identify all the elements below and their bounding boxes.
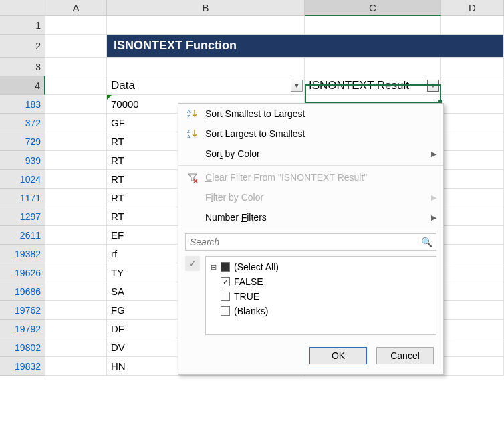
cell[interactable] — [441, 338, 504, 357]
cell[interactable] — [441, 207, 504, 226]
cell[interactable] — [45, 320, 107, 338]
svg-text:A: A — [187, 134, 191, 139]
spreadsheet-grid: A B C D 1 2 ISNONTEXT Function 3 4 Data … — [0, 0, 504, 422]
cell[interactable] — [441, 226, 504, 245]
row-2: 2 ISNONTEXT Function — [0, 35, 504, 58]
submenu-arrow-icon: ▶ — [431, 150, 436, 159]
cell[interactable] — [441, 282, 504, 301]
cell[interactable] — [441, 114, 504, 132]
dialog-button-row: OK Cancel — [178, 340, 443, 374]
row-header[interactable]: 1297 — [0, 207, 45, 226]
checkbox-unchecked-icon[interactable] — [221, 306, 230, 316]
row-header[interactable]: 19626 — [0, 263, 45, 282]
cell[interactable] — [441, 320, 504, 338]
cell[interactable] — [45, 263, 107, 282]
cell[interactable] — [441, 151, 504, 170]
cell[interactable] — [45, 35, 107, 58]
cell[interactable] — [107, 16, 305, 35]
cell[interactable] — [441, 170, 504, 189]
cell[interactable] — [45, 151, 107, 170]
row-header[interactable]: 19802 — [0, 338, 45, 357]
select-all-corner[interactable] — [0, 0, 45, 16]
cell[interactable] — [305, 16, 441, 35]
option-label: FALSE — [234, 276, 263, 287]
cell[interactable] — [45, 114, 107, 132]
cell[interactable] — [305, 58, 441, 76]
filter-checklist[interactable]: ⊟ (Select All) FALSE TRUE (Blanks) — [205, 256, 436, 335]
row-header[interactable]: 1 — [0, 16, 45, 35]
menu-label: Number Filters — [201, 212, 431, 223]
filter-search-input[interactable] — [185, 233, 436, 251]
filter-dropdown-button[interactable]: ▼ — [427, 80, 439, 92]
checkbox-indeterminate-icon[interactable] — [221, 262, 230, 272]
cell[interactable] — [45, 357, 107, 376]
row-header[interactable]: 19832 — [0, 357, 45, 376]
cell[interactable] — [45, 132, 107, 151]
cell[interactable] — [45, 95, 107, 114]
cell[interactable] — [441, 95, 504, 114]
tree-collapse-icon[interactable]: ⊟ — [210, 263, 217, 272]
cell[interactable] — [45, 301, 107, 320]
cell[interactable] — [441, 189, 504, 207]
cell[interactable] — [45, 170, 107, 189]
row-header[interactable]: 19792 — [0, 320, 45, 338]
row-header[interactable]: 2 — [0, 35, 45, 58]
cell[interactable] — [45, 282, 107, 301]
row-header[interactable]: 19686 — [0, 282, 45, 301]
cell[interactable] — [441, 263, 504, 282]
cell[interactable] — [45, 58, 107, 76]
row-header[interactable]: 183 — [0, 95, 45, 114]
cell[interactable] — [441, 58, 504, 76]
result-column-header[interactable]: ISNONTEXT Result ▼ — [305, 76, 441, 95]
row-header[interactable]: 4 — [0, 76, 45, 95]
column-header-a[interactable]: A — [45, 0, 107, 16]
cancel-button[interactable]: Cancel — [376, 347, 434, 364]
cell[interactable] — [45, 207, 107, 226]
cell[interactable] — [45, 16, 107, 35]
data-column-header[interactable]: Data ▼ — [107, 76, 305, 95]
row-header[interactable]: 2611 — [0, 226, 45, 245]
cell[interactable] — [45, 226, 107, 245]
cell[interactable] — [45, 76, 107, 95]
row-header[interactable]: 729 — [0, 132, 45, 151]
row-header[interactable]: 19762 — [0, 301, 45, 320]
row-header[interactable]: 19382 — [0, 245, 45, 263]
sort-by-color[interactable]: Sort by Color ▶ — [178, 144, 443, 164]
svg-text:Z: Z — [187, 114, 191, 119]
row-header[interactable]: 372 — [0, 114, 45, 132]
filter-option-select-all[interactable]: ⊟ (Select All) — [210, 259, 432, 274]
checkbox-checked-icon[interactable] — [221, 277, 230, 286]
filter-dropdown-button[interactable]: ▼ — [291, 80, 303, 92]
cell[interactable] — [441, 357, 504, 376]
row-header[interactable]: 1171 — [0, 189, 45, 207]
filter-option-true[interactable]: TRUE — [210, 289, 432, 304]
cell[interactable] — [45, 245, 107, 263]
title-banner[interactable]: ISNONTEXT Function — [107, 35, 504, 58]
cell[interactable] — [441, 132, 504, 151]
option-label: TRUE — [234, 291, 259, 302]
column-header-d[interactable]: D — [441, 0, 504, 16]
row-header[interactable]: 1024 — [0, 170, 45, 189]
sort-descending[interactable]: ZA Sort Largest to Smallest — [178, 124, 443, 144]
menu-separator — [178, 229, 443, 229]
cell[interactable] — [441, 245, 504, 263]
number-filters[interactable]: Number Filters ▶ — [178, 207, 443, 227]
column-header-b[interactable]: B — [107, 0, 305, 16]
cell-value: 70000 — [111, 98, 139, 110]
checkbox-unchecked-icon[interactable] — [221, 292, 230, 301]
sort-ascending[interactable]: AZ SSort Smallest to Largestort Smallest… — [178, 104, 443, 124]
row-header[interactable]: 939 — [0, 151, 45, 170]
filter-option-false[interactable]: FALSE — [210, 274, 432, 289]
filter-option-blanks[interactable]: (Blanks) — [210, 304, 432, 318]
cell[interactable] — [107, 58, 305, 76]
cell[interactable] — [45, 338, 107, 357]
cell[interactable] — [441, 16, 504, 35]
ok-button[interactable]: OK — [309, 347, 367, 364]
cell[interactable] — [441, 76, 504, 95]
cell[interactable] — [45, 189, 107, 207]
menu-separator — [178, 165, 443, 166]
column-header-c[interactable]: C — [305, 0, 441, 16]
cell[interactable] — [441, 301, 504, 320]
row-header[interactable]: 3 — [0, 58, 45, 76]
toggle-all-button[interactable]: ✓ — [185, 256, 200, 271]
